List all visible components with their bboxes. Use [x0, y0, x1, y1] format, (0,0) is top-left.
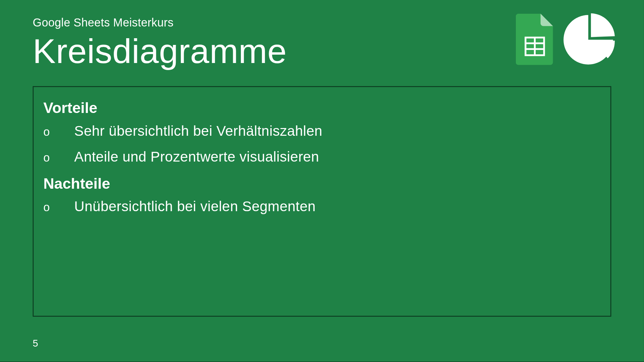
bullet-marker: o: [43, 125, 74, 139]
bullet-marker: o: [43, 151, 74, 165]
list-item: o Sehr übersichtlich bei Verhältniszahle…: [43, 123, 601, 139]
course-name: Google Sheets Meisterkurs: [33, 16, 516, 30]
slide-header: Google Sheets Meisterkurs Kreisdiagramme: [33, 16, 611, 72]
bullet-text: Sehr übersichtlich bei Verhältniszahlen: [74, 123, 322, 139]
disadvantages-heading: Nachteile: [43, 175, 601, 192]
title-block: Google Sheets Meisterkurs Kreisdiagramme: [33, 16, 516, 72]
list-item: o Unübersichtlich bei vielen Segmenten: [43, 198, 601, 215]
page-number: 5: [33, 338, 38, 349]
advantages-heading: Vorteile: [43, 100, 601, 117]
content-box: Vorteile o Sehr übersichtlich bei Verhäl…: [33, 86, 611, 317]
slide-title: Kreisdiagramme: [33, 32, 516, 72]
header-icons: [516, 13, 615, 66]
google-sheets-icon: [516, 14, 554, 66]
list-item: o Anteile und Prozentwerte visualisieren: [43, 149, 601, 165]
bullet-marker: o: [43, 201, 74, 215]
pie-chart-icon: [562, 13, 615, 66]
slide: Google Sheets Meisterkurs Kreisdiagramme: [0, 0, 644, 362]
bullet-text: Unübersichtlich bei vielen Segmenten: [74, 198, 316, 215]
bullet-text: Anteile und Prozentwerte visualisieren: [74, 149, 319, 165]
